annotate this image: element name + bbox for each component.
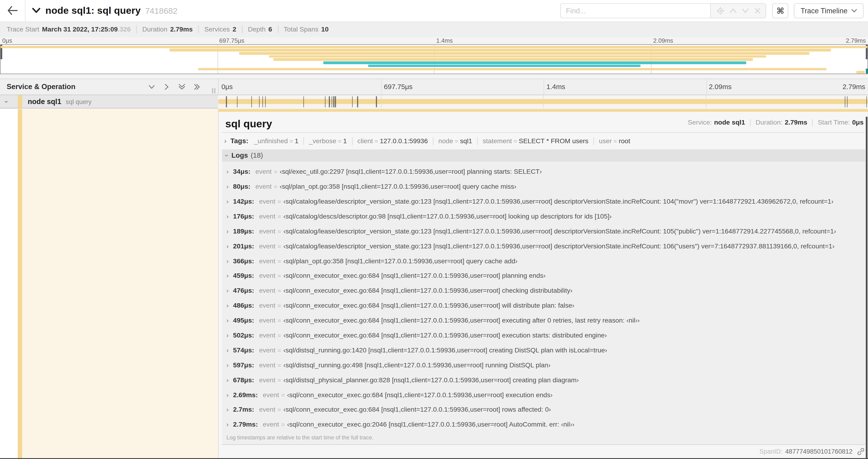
summary-item: Trace StartMarch 31 2022, 17:25:09.326 (6, 26, 131, 33)
expand-one-icon[interactable] (163, 83, 170, 91)
tag-value: 1 (343, 137, 347, 145)
next-result-icon[interactable] (742, 8, 749, 13)
log-row[interactable]: ›142μs:event=‹sql/catalog/lease/descript… (226, 194, 865, 209)
equals-sign: = (281, 421, 285, 428)
log-field-value: ‹sql/conn_executor_exec.go:684 [nsql1,cl… (283, 331, 607, 339)
log-field-value: ‹sql/catalog/lease/descriptor_version_st… (283, 198, 834, 205)
log-timestamp: 2.69ms: (233, 391, 258, 399)
log-row[interactable]: ›495μs:event=‹sql/conn_executor_exec.go:… (226, 313, 865, 328)
log-timestamp: 2.79ms: (233, 421, 258, 428)
log-field-key: event (263, 421, 279, 428)
log-marker-tick (265, 96, 266, 107)
span-id-value: 4877749850101760812 (785, 448, 852, 455)
log-row[interactable]: ›502μs:event=‹sql/conn_executor_exec.go:… (226, 328, 865, 343)
log-field-value: ‹sql/conn_executor_exec.go:684 [nsql1,cl… (283, 317, 640, 324)
log-marker-tick (352, 96, 352, 107)
log-field-value: ‹sql/catalog/lease/descriptor_version_st… (283, 227, 836, 235)
scrollbar-teal-marker[interactable] (866, 68, 868, 74)
log-field-key: event (259, 287, 275, 295)
log-field-value: ‹sql/distsql_running.go:1420 [nsql1,clie… (283, 346, 607, 354)
clear-search-icon[interactable] (754, 8, 761, 14)
log-row[interactable]: ›2.69ms:event=‹sql/conn_executor_exec.go… (226, 387, 865, 402)
log-row[interactable]: ›2.7ms:event=‹sql/conn_executor_exec.go:… (226, 402, 865, 417)
tag-item: node=sql1 (438, 137, 472, 145)
log-field-value: ‹sql/conn_executor_exec.go:684 [nsql1,cl… (287, 391, 553, 399)
expand-all-icon[interactable] (193, 83, 202, 91)
equals-sign: = (278, 302, 281, 309)
tag-key: statement (483, 137, 512, 145)
trace-collapse-toggle[interactable] (32, 8, 40, 13)
chevron-down-icon[interactable]: › (3, 101, 10, 103)
timeline-minimap[interactable] (0, 44, 868, 74)
tag-item: user=root (599, 137, 630, 145)
chevron-right-icon: › (226, 361, 228, 369)
equals-sign: = (614, 138, 617, 144)
log-row[interactable]: ›486μs:event=‹sql/conn_executor_exec.go:… (226, 298, 865, 313)
log-field-key: event (259, 242, 275, 250)
log-marker-tick (866, 96, 867, 107)
chevron-right-icon: › (226, 198, 228, 205)
span-bar-row[interactable] (218, 95, 868, 109)
log-row[interactable]: ›80μs:event=‹sql/plan_opt.go:358 [nsql1,… (226, 179, 865, 194)
keyboard-shortcuts-button[interactable]: ⌘ (772, 3, 788, 18)
logs-header[interactable]: › Logs (18) (222, 149, 865, 161)
span-duration-bar[interactable] (218, 99, 868, 104)
log-marker-tick (303, 96, 304, 107)
log-row[interactable]: ›201μs:event=‹sql/catalog/lease/descript… (226, 239, 865, 254)
service-label: Service: (688, 119, 712, 126)
trace-view-selector[interactable]: Trace Timeline (794, 3, 864, 18)
summary-value: 2 (232, 26, 236, 33)
minimap-axis: 0μs697.75μs1.4ms2.09ms2.79ms (0, 37, 868, 44)
collapse-one-icon[interactable] (148, 83, 155, 91)
tags-section[interactable]: › Tags: _unfinished=1_verbose=1client=12… (224, 136, 864, 147)
log-row[interactable]: ›2.79ms:event=‹sql/conn_executor_exec.go… (226, 417, 865, 432)
minimap-span-bar (323, 62, 746, 64)
log-timestamp: 574μs: (233, 346, 254, 354)
span-row-label[interactable]: › node sql1 sql query (0, 95, 218, 109)
chevron-right-icon: › (226, 302, 228, 309)
log-field-value: ‹sql/conn_executor_exec.go:2046 [nsql1,c… (287, 421, 574, 428)
span-color-stripe (18, 109, 22, 459)
equals-sign: = (289, 138, 293, 144)
span-detail-meta: Service: node sql1 Duration: 2.79ms Star… (688, 119, 864, 126)
prev-result-icon[interactable] (730, 8, 737, 13)
axis-tick-label: 697.75μs (219, 37, 245, 43)
divider (242, 26, 242, 33)
log-field-key: event (259, 331, 275, 339)
log-row[interactable]: ›476μs:event=‹sql/conn_executor_exec.go:… (226, 283, 865, 298)
log-field-key: event (259, 227, 275, 235)
log-row[interactable]: ›366μs:event=‹sql/plan_opt.go:358 [nsql1… (226, 254, 865, 268)
log-row[interactable]: ›678μs:event=‹sql/distsql_physical_plann… (226, 372, 865, 387)
axis-tick-label: 0μs (221, 83, 232, 91)
log-row[interactable]: ›597μs:event=‹sql/distsql_running.go:498… (226, 358, 865, 373)
chevron-right-icon: › (226, 168, 228, 175)
column-resize-handle[interactable] (212, 88, 215, 93)
locate-span-icon[interactable] (716, 6, 724, 15)
log-row[interactable]: ›459μs:event=‹sql/conn_executor_exec.go:… (226, 268, 865, 283)
summary-value: 2.79ms (170, 26, 193, 33)
link-icon[interactable] (857, 448, 865, 456)
back-button[interactable] (0, 0, 25, 22)
log-timestamp: 80μs: (233, 183, 250, 190)
axis-tick-label: 2.09ms (709, 83, 732, 91)
duration-value: 2.79ms (785, 119, 807, 126)
tag-key: client (358, 137, 373, 145)
timeline-header-band: Service & Operation 0μs697.75μs1.4ms2.09… (0, 78, 868, 95)
span-service-name: node sql1 (28, 97, 61, 106)
collapse-all-icon[interactable] (178, 83, 186, 91)
service-value: node sql1 (714, 119, 745, 126)
log-timestamp: 597μs: (233, 361, 254, 369)
chevron-right-icon: › (226, 183, 228, 190)
tag-key: _verbose (309, 137, 336, 145)
log-row[interactable]: ›34μs:event=‹sql/exec_util.go:2297 [nsql… (226, 164, 865, 179)
log-timestamp: 189μs: (233, 227, 254, 235)
chevron-right-icon: › (226, 257, 228, 265)
find-input[interactable] (560, 3, 710, 18)
log-row[interactable]: ›176μs:event=‹sql/catalog/descs/descript… (226, 209, 865, 224)
span-operation-name: sql query (66, 98, 92, 105)
log-row[interactable]: ›189μs:event=‹sql/catalog/lease/descript… (226, 224, 865, 239)
window-right-edge (866, 117, 867, 458)
log-marker-tick (376, 96, 377, 107)
log-row[interactable]: ›574μs:event=‹sql/distsql_running.go:142… (226, 343, 865, 358)
equals-sign: = (281, 392, 285, 398)
